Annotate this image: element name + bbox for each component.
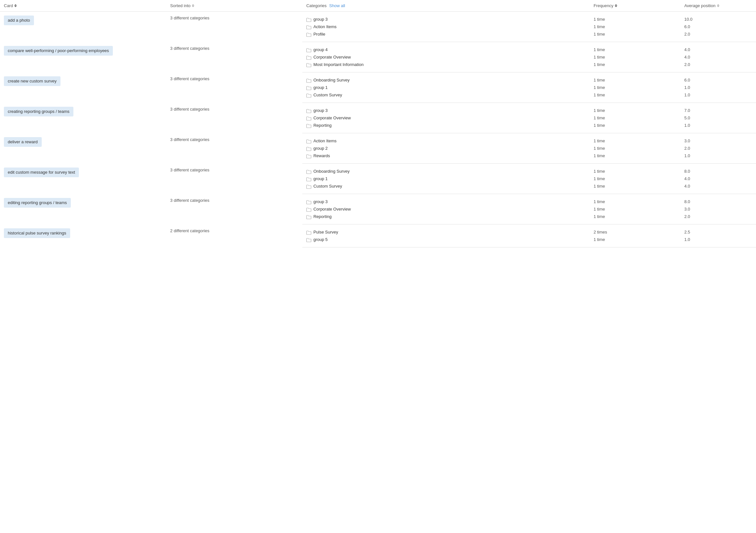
category-name: Action Items <box>313 138 337 143</box>
category-cell: Custom Survey <box>306 184 585 188</box>
card-label[interactable]: deliver a reward <box>4 137 42 147</box>
card-label[interactable]: compare well-performing / poor-performin… <box>4 46 113 56</box>
category-name: Onboarding Survey <box>313 78 350 82</box>
folder-icon <box>306 200 311 204</box>
category-name: Corporate Overview <box>313 116 351 120</box>
category-name: Action Items <box>313 24 337 29</box>
folder-icon <box>306 48 311 52</box>
card-sort-table: Card Sorted into <box>0 0 756 247</box>
frequency-value: 1 time <box>594 207 605 211</box>
avg-position-value: 5.0 <box>684 116 690 120</box>
avg-position-value: 4.0 <box>684 55 690 60</box>
category-cell: group 3 <box>306 17 585 22</box>
category-name: Corporate Overview <box>313 55 351 60</box>
frequency-value: 1 time <box>594 169 605 174</box>
category-cell: Reporting <box>306 214 585 219</box>
category-name: group 1 <box>313 85 328 90</box>
category-name: Reporting <box>313 214 332 219</box>
frequency-value: 1 time <box>594 93 605 98</box>
show-all-link[interactable]: Show all <box>329 3 345 8</box>
category-cell: group 4 <box>306 47 585 52</box>
avg-position-value: 2.0 <box>684 146 690 151</box>
column-header-sorted-into[interactable]: Sorted into <box>166 0 302 12</box>
category-cell: group 5 <box>306 237 585 242</box>
frequency-value: 2 times <box>594 230 607 235</box>
card-label[interactable]: editing reporting groups / teams <box>4 198 71 208</box>
category-name: Reporting <box>313 123 332 128</box>
column-header-avg-position[interactable]: Average position <box>680 0 756 12</box>
category-name: Custom Survey <box>313 93 342 98</box>
category-cell: group 1 <box>306 85 585 90</box>
avg-position-value: 1.0 <box>684 237 690 242</box>
category-name: group 5 <box>313 237 328 242</box>
frequency-value: 1 time <box>594 153 605 158</box>
table-row: deliver a reward3 different categories A… <box>0 133 756 145</box>
column-header-frequency[interactable]: Frequency <box>590 0 681 12</box>
column-label-sorted-into: Sorted into <box>170 3 190 8</box>
frequency-value: 1 time <box>594 17 605 22</box>
frequency-value: 1 time <box>594 123 605 128</box>
card-label[interactable]: edit custom message for survey text <box>4 168 79 177</box>
avg-position-value: 1.0 <box>684 93 690 98</box>
frequency-value: 1 time <box>594 116 605 120</box>
folder-icon <box>306 207 311 211</box>
sorted-into-text: 2 different categories <box>170 228 209 233</box>
category-cell: Most Important Information <box>306 62 585 67</box>
category-cell: Corporate Overview <box>306 55 585 60</box>
category-cell: group 1 <box>306 176 585 181</box>
avg-position-value: 2.0 <box>684 214 690 219</box>
folder-icon <box>306 116 311 120</box>
category-name: group 3 <box>313 17 328 22</box>
sorted-into-text: 3 different categories <box>170 198 209 203</box>
column-label-frequency: Frequency <box>594 3 613 8</box>
avg-position-value: 8.0 <box>684 169 690 174</box>
avg-position-value: 10.0 <box>684 17 692 22</box>
folder-icon <box>306 169 311 173</box>
folder-icon <box>306 17 311 21</box>
category-name: group 1 <box>313 176 328 181</box>
folder-icon <box>306 93 311 97</box>
avg-position-value: 7.0 <box>684 108 690 113</box>
category-cell: Action Items <box>306 24 585 29</box>
folder-icon <box>306 86 311 90</box>
category-name: Corporate Overview <box>313 207 351 211</box>
folder-icon <box>306 230 311 234</box>
category-cell: Onboarding Survey <box>306 169 585 174</box>
card-label[interactable]: creating reporting groups / teams <box>4 107 73 116</box>
category-name: Onboarding Survey <box>313 169 350 174</box>
frequency-value: 1 time <box>594 176 605 181</box>
category-name: group 3 <box>313 108 328 113</box>
frequency-value: 1 time <box>594 146 605 151</box>
folder-icon <box>306 63 311 67</box>
avg-position-value: 3.0 <box>684 207 690 211</box>
column-header-card[interactable]: Card <box>0 0 166 12</box>
sorted-into-text: 3 different categories <box>170 107 209 112</box>
folder-icon <box>306 154 311 158</box>
table-row: add a photo3 different categories group … <box>0 12 756 23</box>
folder-icon <box>306 177 311 181</box>
folder-icon <box>306 55 311 59</box>
category-cell: group 3 <box>306 199 585 204</box>
sorted-into-text: 3 different categories <box>170 137 209 142</box>
folder-icon <box>306 25 311 29</box>
sort-icon-card <box>14 4 17 7</box>
avg-position-value: 4.0 <box>684 176 690 181</box>
frequency-value: 1 time <box>594 108 605 113</box>
avg-position-value: 6.0 <box>684 78 690 82</box>
category-name: Pulse Survey <box>313 230 338 235</box>
folder-icon <box>306 78 311 82</box>
sort-icon-frequency <box>615 4 617 7</box>
category-cell: Pulse Survey <box>306 230 585 235</box>
frequency-value: 1 time <box>594 24 605 29</box>
avg-position-value: 2.0 <box>684 62 690 67</box>
frequency-value: 1 time <box>594 62 605 67</box>
category-cell: Action Items <box>306 138 585 143</box>
card-label[interactable]: historical pulse survey rankings <box>4 228 70 238</box>
folder-icon <box>306 139 311 143</box>
main-table-container: Card Sorted into <box>0 0 756 247</box>
category-name: Rewards <box>313 153 330 158</box>
folder-icon <box>306 32 311 36</box>
card-label[interactable]: create new custom survey <box>4 76 61 86</box>
sorted-into-text: 3 different categories <box>170 168 209 172</box>
card-label[interactable]: add a photo <box>4 15 34 25</box>
